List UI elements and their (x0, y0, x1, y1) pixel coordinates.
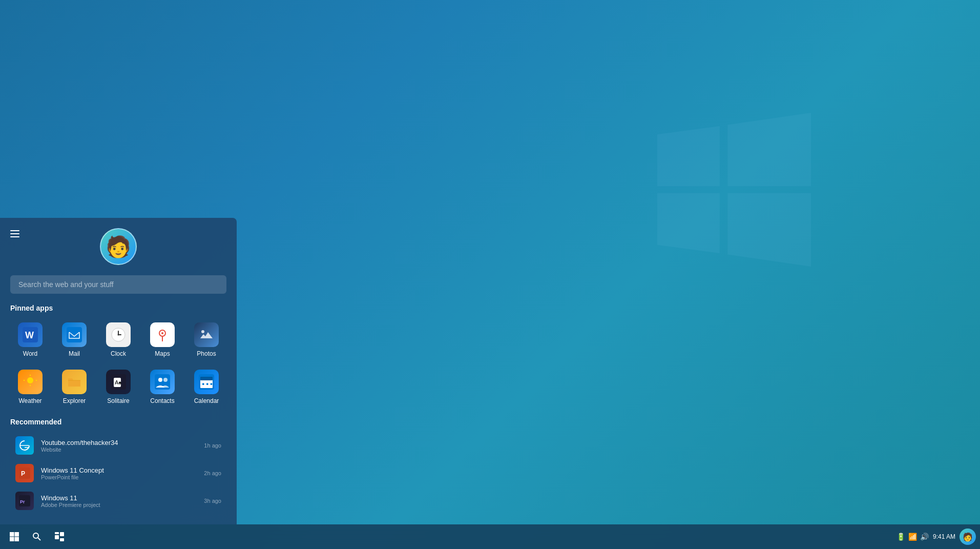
edge-icon (15, 436, 34, 455)
rec-time-youtube: 1h ago (204, 442, 221, 449)
svg-text:W: W (25, 330, 34, 340)
contacts-icon (150, 370, 175, 394)
rec-info-youtube: Youtube.com/thehacker34 Website (41, 439, 197, 453)
app-photos[interactable]: Photos (186, 318, 226, 361)
search-input[interactable] (10, 275, 226, 294)
battery-icon: 🔋 (896, 533, 905, 541)
widgets-button[interactable] (49, 526, 70, 547)
calendar-icon: ● ● ● (194, 370, 219, 394)
recommended-list: Youtube.com/thehacker34 Website 1h ago P… (10, 432, 226, 514)
svg-rect-34 (60, 538, 64, 541)
svg-text:● ● ●: ● ● ● (202, 381, 213, 387)
windows-logo-watermark (657, 113, 811, 267)
rec-title-youtube: Youtube.com/thehacker34 (41, 439, 197, 446)
app-explorer[interactable]: Explorer (54, 365, 94, 409)
app-maps[interactable]: Maps (142, 318, 182, 361)
rec-time-win11concept: 2h ago (204, 470, 221, 476)
app-clock[interactable]: Clock (98, 318, 138, 361)
svg-text:A♠: A♠ (115, 379, 121, 385)
app-word[interactable]: W Word (10, 318, 50, 361)
svg-point-8 (161, 332, 163, 334)
svg-line-30 (38, 538, 40, 540)
svg-point-19 (158, 378, 162, 382)
clock-icon (106, 322, 131, 347)
taskbar-clock[interactable]: 9:41 AM (933, 533, 955, 541)
svg-rect-32 (55, 535, 59, 539)
system-icons: 🔋 📶 🔊 (896, 533, 929, 541)
svg-rect-31 (55, 532, 59, 534)
premiere-icon: Pr (15, 492, 34, 510)
taskbar-avatar[interactable]: 🧑 (960, 528, 976, 545)
rec-item-win11[interactable]: Pr Windows 11 Adobe Premiere project 3h … (10, 487, 226, 514)
svg-point-6 (118, 334, 119, 336)
contacts-label: Contacts (150, 397, 174, 404)
maps-label: Maps (155, 350, 170, 357)
weather-icon (18, 370, 43, 394)
mail-label: Mail (69, 350, 80, 357)
app-calendar[interactable]: ● ● ● Calendar (186, 365, 226, 409)
rec-sub-win11concept: PowerPoint file (41, 474, 197, 480)
rec-time-win11: 3h ago (204, 498, 221, 504)
recommended-label: Recommended (10, 418, 226, 426)
pinned-apps-grid: W Word Mail Clock (10, 318, 226, 409)
app-contacts[interactable]: Contacts (142, 365, 182, 409)
svg-point-9 (201, 330, 204, 333)
menu-toggle-icon[interactable] (5, 225, 25, 242)
app-solitaire[interactable]: A♠ Solitaire (98, 365, 138, 409)
photos-icon (194, 322, 219, 347)
ppt-icon: P (15, 464, 34, 482)
app-weather[interactable]: Weather (10, 365, 50, 409)
rec-item-youtube[interactable]: Youtube.com/thehacker34 Website 1h ago (10, 432, 226, 459)
solitaire-icon: A♠ (106, 370, 131, 394)
weather-label: Weather (18, 397, 41, 404)
user-avatar[interactable]: 🧑 (100, 228, 137, 265)
rec-item-win11concept[interactable]: P Windows 11 Concept PowerPoint file 2h … (10, 460, 226, 486)
user-avatar-area: 🧑 (0, 218, 237, 270)
desktop: 🧑 Pinned apps W Word (0, 0, 980, 549)
taskbar: 🔋 📶 🔊 9:41 AM 🧑 (0, 524, 980, 549)
clock-label: Clock (111, 350, 126, 357)
taskbar-left (4, 526, 70, 547)
svg-rect-23 (200, 377, 213, 380)
clock-time: 9:41 AM (933, 533, 955, 541)
word-icon: W (18, 322, 43, 347)
start-menu: 🧑 Pinned apps W Word (0, 218, 237, 524)
svg-text:P: P (21, 470, 25, 477)
explorer-icon (62, 370, 87, 394)
start-button[interactable] (4, 526, 25, 547)
pinned-apps-label: Pinned apps (10, 304, 226, 312)
taskbar-right: 🔋 📶 🔊 9:41 AM 🧑 (896, 528, 976, 545)
photos-label: Photos (197, 350, 216, 357)
mail-icon (62, 322, 87, 347)
app-mail[interactable]: Mail (54, 318, 94, 361)
rec-info-win11: Windows 11 Adobe Premiere project (41, 494, 197, 508)
rec-title-win11: Windows 11 (41, 494, 197, 502)
rec-sub-win11: Adobe Premiere project (41, 502, 197, 508)
svg-point-10 (27, 377, 33, 383)
rec-title-win11concept: Windows 11 Concept (41, 466, 197, 474)
rec-info-win11concept: Windows 11 Concept PowerPoint file (41, 466, 197, 480)
search-button[interactable] (27, 526, 47, 547)
maps-icon (150, 322, 175, 347)
word-label: Word (23, 350, 37, 357)
svg-point-20 (163, 378, 168, 382)
rec-sub-youtube: Website (41, 446, 197, 453)
calendar-label: Calendar (194, 397, 219, 404)
pinned-apps-section: Pinned apps W Word Mail (0, 299, 237, 409)
explorer-label: Explorer (63, 397, 86, 404)
recommended-section: Recommended Youtube.com/thehacker34 Webs… (0, 413, 237, 514)
volume-icon: 🔊 (920, 533, 929, 541)
svg-rect-33 (60, 532, 64, 536)
svg-text:Pr: Pr (20, 499, 25, 504)
solitaire-label: Solitaire (107, 397, 129, 404)
svg-point-29 (33, 533, 38, 538)
wifi-icon: 📶 (908, 533, 917, 541)
